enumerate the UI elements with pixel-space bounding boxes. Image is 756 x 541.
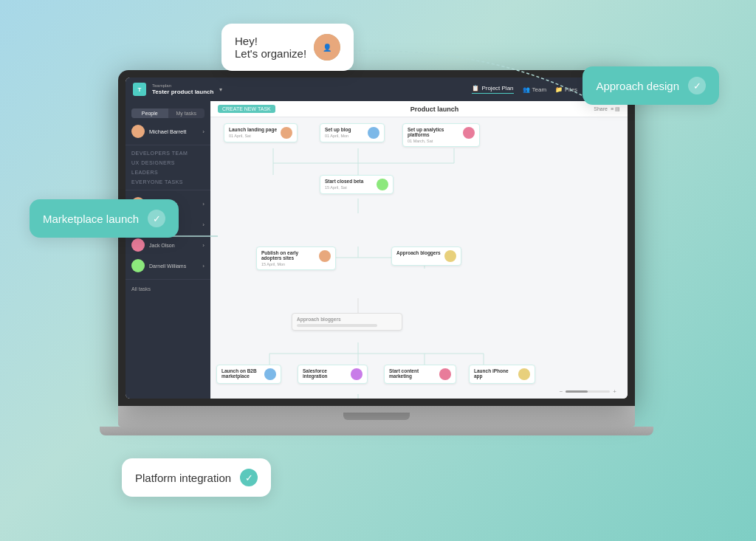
- project-title: Tester product launch: [152, 89, 213, 96]
- approach-check: ✓: [688, 77, 706, 94]
- laptop-foot: [100, 427, 653, 435]
- card-salesforce[interactable]: Salesforce integration: [298, 365, 368, 384]
- platform-bubble: Platform integration ✓: [122, 458, 271, 497]
- hey-bubble: Hey! Let's organize! 👤: [221, 24, 354, 71]
- connector-hey: [332, 37, 591, 125]
- card-setup-blog[interactable]: Set up blog 01 April, Mon: [320, 123, 385, 142]
- person-3-avatar: [131, 238, 145, 252]
- hey-line1: Hey!: [235, 35, 306, 47]
- card-avatar-9: [351, 368, 362, 380]
- card-avatar-1: [281, 127, 292, 139]
- chevron-icon: ›: [202, 128, 205, 135]
- flowchart-area: Launch landing page 01 April, Sat Set up…: [210, 117, 628, 399]
- card-analytics[interactable]: Set up analytics platforms 01 March, Sat: [402, 123, 480, 147]
- platform-text: Platform integration: [135, 472, 231, 484]
- approach-text: Approach design: [596, 80, 679, 92]
- marketplace-text: Marketplace launch: [43, 213, 139, 225]
- sidebar-user-item[interactable]: Michael Barrett ›: [126, 121, 210, 142]
- card-approach-bloggers[interactable]: Approach bloggers: [391, 247, 461, 266]
- view-controls: Share ≡ ▤: [594, 106, 620, 112]
- laptop-notch: [343, 413, 410, 420]
- laptop: T Teamplan Tester product launch ▾ 📋 Pro…: [118, 70, 635, 483]
- sidebar-toggle: People My tasks: [131, 108, 205, 118]
- hey-line2: Let's organize!: [235, 47, 306, 60]
- card-b2b[interactable]: Launch on B2B marketplace: [216, 365, 281, 384]
- card-launch-landing[interactable]: Launch landing page 01 April, Sat: [224, 123, 298, 142]
- people-tab[interactable]: People: [131, 108, 168, 118]
- dev-team-label: DEVELOPERS TEAM: [126, 148, 210, 158]
- card-approach-bloggers-grayed[interactable]: Approach bloggers: [292, 313, 402, 331]
- marketplace-check: ✓: [148, 210, 165, 227]
- all-tasks-item[interactable]: All tasks: [126, 283, 210, 295]
- card-content-marketing[interactable]: Start content marketing: [384, 365, 456, 384]
- zoom-in-btn[interactable]: +: [613, 388, 616, 395]
- leaders-label: LEADERS: [126, 168, 210, 177]
- sidebar-username: Michael Barrett: [149, 128, 186, 135]
- card-avatar-5: [319, 250, 331, 262]
- share-btn[interactable]: Share: [594, 106, 608, 111]
- card-avatar-10: [439, 368, 451, 380]
- hey-avatar: 👤: [314, 34, 340, 61]
- card-iphone-app[interactable]: Launch iPhone app: [469, 365, 535, 384]
- card-early-adopters[interactable]: Publish on early adopters sites 15 April…: [256, 247, 336, 270]
- laptop-base: [118, 406, 635, 427]
- approach-bubble: Approach design ✓: [583, 66, 719, 105]
- brand-label: Teamplan: [152, 83, 213, 89]
- view-options[interactable]: ≡ ▤: [611, 106, 620, 112]
- platform-check: ✓: [240, 469, 258, 486]
- card-avatar-4: [377, 179, 388, 190]
- zoom-out-btn[interactable]: −: [560, 388, 563, 395]
- user-sidebar-avatar: [131, 125, 145, 138]
- card-avatar-6: [444, 250, 456, 262]
- sidebar-person-4[interactable]: Darnell Williams ›: [126, 255, 210, 276]
- sidebar-divider-2: [126, 190, 210, 190]
- card-closed-beta[interactable]: Start closed beta 15 April, Sat: [320, 175, 394, 194]
- marketplace-bubble: Marketplace launch ✓: [30, 199, 179, 238]
- everyone-label: EVERYONE TASKS: [126, 177, 210, 187]
- mytasks-tab[interactable]: My tasks: [168, 108, 205, 118]
- ux-team-label: UX DESIGNERS: [126, 158, 210, 168]
- card-avatar-2: [368, 127, 379, 139]
- sidebar-divider-3: [126, 279, 210, 280]
- sidebar-divider-1: [126, 145, 210, 145]
- person-4-avatar: [131, 259, 145, 272]
- main-content-area: CREATE NEW TASK Product launch Share ≡ ▤: [210, 101, 628, 399]
- card-avatar-8: [264, 368, 276, 380]
- create-task-button[interactable]: CREATE NEW TASK: [218, 105, 275, 113]
- card-avatar-11: [518, 368, 530, 380]
- dropdown-arrow[interactable]: ▾: [219, 86, 222, 93]
- app-logo: T: [133, 83, 146, 96]
- zoom-controls: − +: [560, 388, 616, 395]
- card-avatar-3: [463, 127, 475, 139]
